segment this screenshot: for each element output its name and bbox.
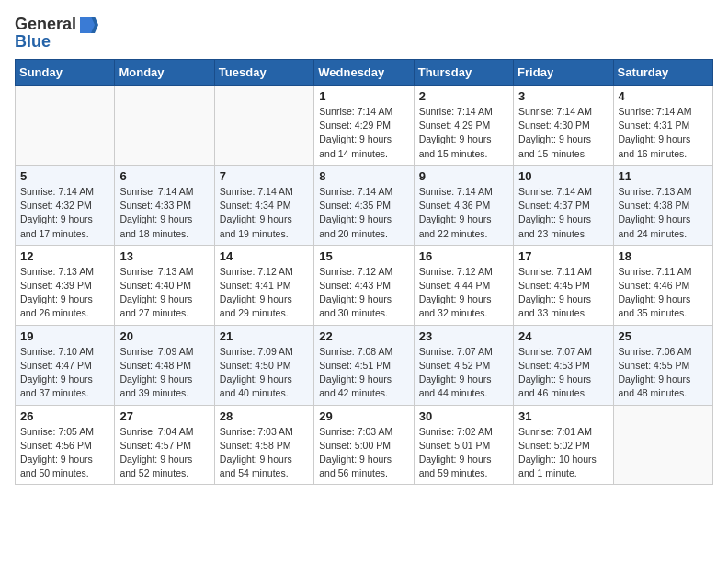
day-number: 20 (119, 329, 209, 343)
day-info: Sunrise: 7:13 AM Sunset: 4:38 PM Dayligh… (619, 185, 708, 241)
day-info: Sunrise: 7:02 AM Sunset: 5:01 PM Dayligh… (419, 425, 508, 481)
calendar-cell: 8Sunrise: 7:14 AM Sunset: 4:35 PM Daylig… (314, 165, 414, 245)
day-number: 28 (220, 409, 309, 423)
column-header-tuesday: Tuesday (214, 60, 313, 86)
day-info: Sunrise: 7:10 AM Sunset: 4:47 PM Dayligh… (20, 345, 109, 401)
day-number: 23 (419, 329, 508, 343)
calendar-cell: 24Sunrise: 7:07 AM Sunset: 4:53 PM Dayli… (514, 325, 613, 405)
calendar-cell: 26Sunrise: 7:05 AM Sunset: 4:56 PM Dayli… (16, 405, 115, 485)
day-number: 12 (20, 249, 109, 263)
day-info: Sunrise: 7:03 AM Sunset: 4:58 PM Dayligh… (220, 425, 309, 481)
calendar-header-row: SundayMondayTuesdayWednesdayThursdayFrid… (16, 60, 713, 86)
day-number: 29 (319, 409, 408, 423)
calendar-cell (115, 86, 214, 166)
day-number: 3 (518, 89, 608, 103)
day-number: 2 (419, 89, 508, 103)
calendar-cell: 20Sunrise: 7:09 AM Sunset: 4:48 PM Dayli… (115, 325, 214, 405)
calendar-week-row: 26Sunrise: 7:05 AM Sunset: 4:56 PM Dayli… (16, 405, 713, 485)
calendar-cell: 7Sunrise: 7:14 AM Sunset: 4:34 PM Daylig… (214, 165, 313, 245)
day-number: 8 (319, 169, 408, 183)
day-number: 6 (119, 169, 209, 183)
calendar-cell: 18Sunrise: 7:11 AM Sunset: 4:46 PM Dayli… (613, 245, 712, 325)
calendar-cell: 10Sunrise: 7:14 AM Sunset: 4:37 PM Dayli… (514, 165, 613, 245)
day-number: 22 (319, 329, 408, 343)
day-info: Sunrise: 7:14 AM Sunset: 4:35 PM Dayligh… (319, 185, 408, 241)
day-number: 17 (518, 249, 608, 263)
day-number: 1 (319, 89, 408, 103)
day-info: Sunrise: 7:14 AM Sunset: 4:34 PM Dayligh… (220, 185, 309, 241)
calendar-cell: 19Sunrise: 7:10 AM Sunset: 4:47 PM Dayli… (16, 325, 115, 405)
day-info: Sunrise: 7:05 AM Sunset: 4:56 PM Dayligh… (20, 425, 109, 481)
day-number: 7 (220, 169, 309, 183)
day-info: Sunrise: 7:09 AM Sunset: 4:48 PM Dayligh… (119, 345, 209, 401)
calendar-week-row: 12Sunrise: 7:13 AM Sunset: 4:39 PM Dayli… (16, 245, 713, 325)
day-info: Sunrise: 7:14 AM Sunset: 4:29 PM Dayligh… (419, 105, 508, 161)
calendar-cell (16, 86, 115, 166)
calendar-cell: 13Sunrise: 7:13 AM Sunset: 4:40 PM Dayli… (115, 245, 214, 325)
column-header-thursday: Thursday (414, 60, 513, 86)
calendar-week-row: 5Sunrise: 7:14 AM Sunset: 4:32 PM Daylig… (16, 165, 713, 245)
day-info: Sunrise: 7:14 AM Sunset: 4:29 PM Dayligh… (319, 105, 408, 161)
calendar-week-row: 19Sunrise: 7:10 AM Sunset: 4:47 PM Dayli… (16, 325, 713, 405)
day-number: 14 (220, 249, 309, 263)
day-info: Sunrise: 7:14 AM Sunset: 4:36 PM Dayligh… (419, 185, 508, 241)
day-info: Sunrise: 7:12 AM Sunset: 4:44 PM Dayligh… (419, 265, 508, 321)
logo-blue-text: Blue (15, 32, 51, 52)
day-info: Sunrise: 7:14 AM Sunset: 4:32 PM Dayligh… (20, 185, 109, 241)
day-number: 30 (419, 409, 508, 423)
day-number: 27 (119, 409, 209, 423)
day-number: 13 (119, 249, 209, 263)
calendar-table: SundayMondayTuesdayWednesdayThursdayFrid… (15, 59, 713, 485)
day-info: Sunrise: 7:07 AM Sunset: 4:53 PM Dayligh… (518, 345, 608, 401)
column-header-friday: Friday (514, 60, 613, 86)
day-number: 15 (319, 249, 408, 263)
day-number: 9 (419, 169, 508, 183)
day-info: Sunrise: 7:11 AM Sunset: 4:46 PM Dayligh… (619, 265, 708, 321)
calendar-week-row: 1Sunrise: 7:14 AM Sunset: 4:29 PM Daylig… (16, 86, 713, 166)
calendar-cell: 3Sunrise: 7:14 AM Sunset: 4:30 PM Daylig… (514, 86, 613, 166)
day-number: 24 (518, 329, 608, 343)
calendar-cell: 11Sunrise: 7:13 AM Sunset: 4:38 PM Dayli… (613, 165, 712, 245)
day-number: 5 (20, 169, 109, 183)
day-number: 18 (619, 249, 708, 263)
day-info: Sunrise: 7:12 AM Sunset: 4:41 PM Dayligh… (220, 265, 309, 321)
day-info: Sunrise: 7:07 AM Sunset: 4:52 PM Dayligh… (419, 345, 508, 401)
day-number: 16 (419, 249, 508, 263)
calendar-cell: 31Sunrise: 7:01 AM Sunset: 5:02 PM Dayli… (514, 405, 613, 485)
page-container: General Blue SundayMondayTuesdayWednesda… (0, 0, 728, 492)
day-info: Sunrise: 7:11 AM Sunset: 4:45 PM Dayligh… (518, 265, 608, 321)
day-info: Sunrise: 7:13 AM Sunset: 4:40 PM Dayligh… (119, 265, 209, 321)
day-number: 25 (619, 329, 708, 343)
day-number: 21 (220, 329, 309, 343)
calendar-cell: 17Sunrise: 7:11 AM Sunset: 4:45 PM Dayli… (514, 245, 613, 325)
calendar-cell (613, 405, 712, 485)
calendar-cell: 22Sunrise: 7:08 AM Sunset: 4:51 PM Dayli… (314, 325, 414, 405)
logo-flag-icon (78, 17, 98, 33)
day-number: 31 (518, 409, 608, 423)
calendar-cell: 16Sunrise: 7:12 AM Sunset: 4:44 PM Dayli… (414, 245, 513, 325)
day-number: 26 (20, 409, 109, 423)
day-info: Sunrise: 7:12 AM Sunset: 4:43 PM Dayligh… (319, 265, 408, 321)
day-info: Sunrise: 7:13 AM Sunset: 4:39 PM Dayligh… (20, 265, 109, 321)
calendar-cell: 30Sunrise: 7:02 AM Sunset: 5:01 PM Dayli… (414, 405, 513, 485)
calendar-cell: 6Sunrise: 7:14 AM Sunset: 4:33 PM Daylig… (115, 165, 214, 245)
column-header-saturday: Saturday (613, 60, 712, 86)
calendar-cell: 21Sunrise: 7:09 AM Sunset: 4:50 PM Dayli… (214, 325, 313, 405)
calendar-cell: 9Sunrise: 7:14 AM Sunset: 4:36 PM Daylig… (414, 165, 513, 245)
day-number: 4 (619, 89, 708, 103)
column-header-monday: Monday (115, 60, 214, 86)
logo: General Blue (15, 15, 98, 52)
day-info: Sunrise: 7:01 AM Sunset: 5:02 PM Dayligh… (518, 425, 608, 481)
calendar-cell: 29Sunrise: 7:03 AM Sunset: 5:00 PM Dayli… (314, 405, 414, 485)
day-info: Sunrise: 7:09 AM Sunset: 4:50 PM Dayligh… (220, 345, 309, 401)
day-info: Sunrise: 7:14 AM Sunset: 4:30 PM Dayligh… (518, 105, 608, 161)
calendar-cell: 12Sunrise: 7:13 AM Sunset: 4:39 PM Dayli… (16, 245, 115, 325)
calendar-cell: 5Sunrise: 7:14 AM Sunset: 4:32 PM Daylig… (16, 165, 115, 245)
day-info: Sunrise: 7:14 AM Sunset: 4:37 PM Dayligh… (518, 185, 608, 241)
day-info: Sunrise: 7:14 AM Sunset: 4:33 PM Dayligh… (119, 185, 209, 241)
day-number: 10 (518, 169, 608, 183)
calendar-cell: 2Sunrise: 7:14 AM Sunset: 4:29 PM Daylig… (414, 86, 513, 166)
calendar-cell: 14Sunrise: 7:12 AM Sunset: 4:41 PM Dayli… (214, 245, 313, 325)
day-info: Sunrise: 7:08 AM Sunset: 4:51 PM Dayligh… (319, 345, 408, 401)
column-header-wednesday: Wednesday (314, 60, 414, 86)
